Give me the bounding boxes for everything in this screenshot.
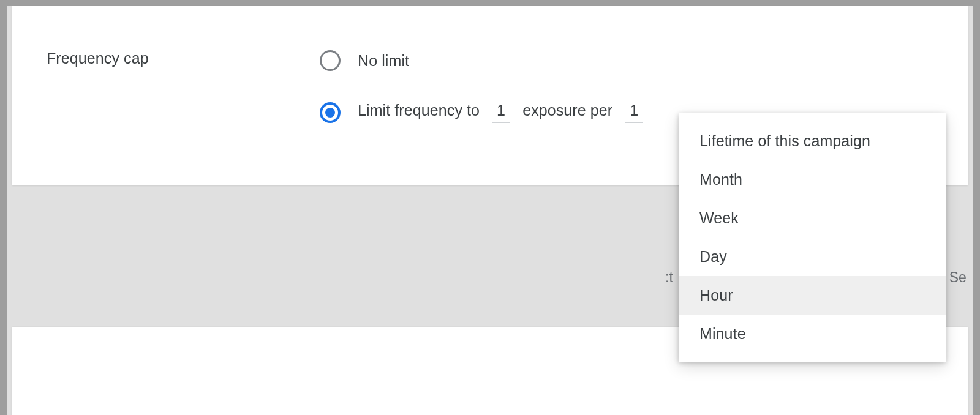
limit-mid-text: exposure per [522, 102, 612, 119]
frequency-cap-setting: Frequency cap No limit Limit frequency t… [47, 49, 933, 123]
radio-unselected-icon[interactable] [320, 50, 341, 71]
background-text-fragment: Se [949, 269, 967, 286]
option-limit-frequency-label: Limit frequency to 1 exposure per 1 [358, 102, 646, 123]
dropdown-item-day[interactable]: Day [679, 237, 946, 276]
time-unit-dropdown: Lifetime of this campaign Month Week Day… [679, 113, 946, 362]
dropdown-item-month[interactable]: Month [679, 160, 946, 199]
option-no-limit-label: No limit [358, 52, 409, 70]
limit-prefix-text: Limit frequency to [358, 102, 480, 119]
dropdown-item-lifetime[interactable]: Lifetime of this campaign [679, 122, 946, 160]
frequency-cap-options: No limit Limit frequency to 1 exposure p… [320, 49, 646, 123]
dropdown-item-hour[interactable]: Hour [679, 276, 946, 315]
radio-selected-icon[interactable] [320, 102, 341, 123]
period-count-input[interactable]: 1 [625, 102, 643, 123]
option-limit-frequency[interactable]: Limit frequency to 1 exposure per 1 [320, 102, 646, 123]
dropdown-item-week[interactable]: Week [679, 199, 946, 237]
settings-viewport: Frequency cap No limit Limit frequency t… [7, 6, 973, 415]
background-text-fragment: :t [665, 269, 673, 286]
option-no-limit[interactable]: No limit [320, 50, 646, 71]
dropdown-item-minute[interactable]: Minute [679, 315, 946, 353]
exposures-count-input[interactable]: 1 [492, 102, 510, 123]
setting-title: Frequency cap [47, 49, 320, 67]
